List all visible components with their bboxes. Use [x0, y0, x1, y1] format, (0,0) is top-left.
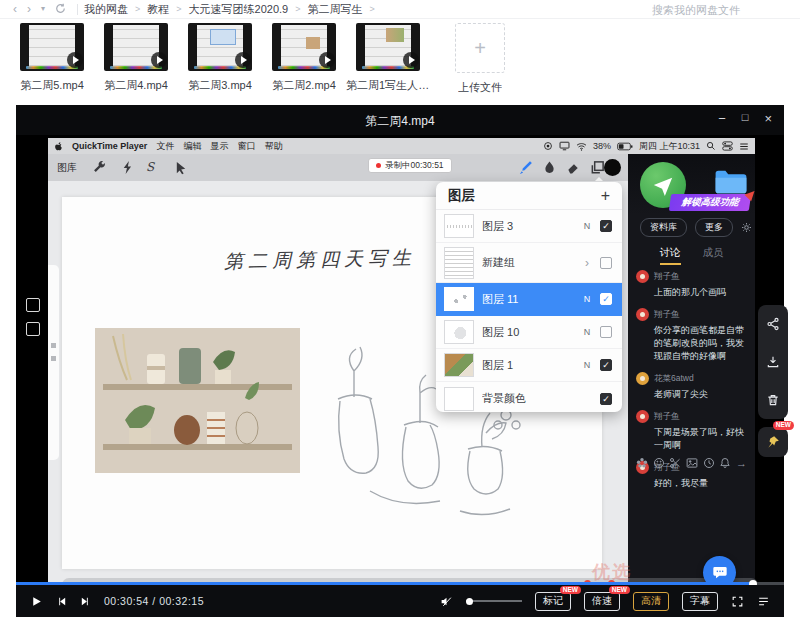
- file-name: 第二周3.mp4: [188, 78, 252, 93]
- file-item[interactable]: 第二周5.mp4: [10, 23, 94, 95]
- file-item[interactable]: 第二周1写生人物...: [346, 23, 430, 95]
- transform-arrow-icon: [174, 160, 189, 175]
- volume-knob[interactable]: [466, 598, 473, 605]
- chevron-right-icon: ›: [582, 256, 592, 270]
- player-side-tool-button[interactable]: [26, 298, 40, 312]
- play-badge-icon: [235, 52, 251, 68]
- file-item[interactable]: 第二周3.mp4: [178, 23, 262, 95]
- battery-icon: [617, 142, 633, 151]
- play-badge-icon: [319, 52, 335, 68]
- player-action-rail: [758, 305, 788, 419]
- video-thumbnail[interactable]: [104, 23, 168, 71]
- video-thumbnail[interactable]: [20, 23, 84, 71]
- breadcrumb-item[interactable]: 第二周写生: [307, 2, 362, 17]
- layer-group-row: 新建组 ›: [436, 243, 622, 283]
- time-display: 00:30:54 / 00:32:15: [104, 595, 204, 607]
- fullscreen-button[interactable]: [731, 595, 744, 608]
- layer-visibility-checkbox: [600, 326, 612, 338]
- search-input[interactable]: [652, 4, 772, 16]
- procreate-toolbar: 图库 S 录制中00:30:51: [48, 154, 628, 181]
- menubar-clock: 周四 上午10:31: [639, 140, 700, 153]
- player-controls: 00:30:54 / 00:32:15 标记NEW 倍速NEW 高清 字幕: [16, 585, 784, 617]
- play-button[interactable]: [30, 595, 43, 608]
- plus-icon: +: [455, 23, 505, 73]
- chat-message: 花菜6atwd 老师调了尖尖: [636, 372, 747, 401]
- player-side-tool-button[interactable]: [26, 322, 40, 336]
- minimize-button[interactable]: −: [718, 111, 726, 126]
- layer-row-selected: 图层 11 N ✓: [436, 283, 622, 316]
- eraser-tool-icon: [566, 160, 581, 175]
- file-item[interactable]: 第二周4.mp4: [94, 23, 178, 95]
- delete-icon[interactable]: [766, 393, 780, 407]
- history-chevron-down-icon[interactable]: ▾: [36, 5, 50, 13]
- chat-toolbar: →: [636, 457, 747, 469]
- record-dot-icon: [376, 163, 381, 168]
- macos-menubar: QuickTime Player 文件 编辑 显示 窗口 帮助 38% 周四 上…: [48, 138, 755, 154]
- volume-muted-icon[interactable]: [440, 595, 453, 608]
- close-button[interactable]: ×: [764, 111, 772, 126]
- mark-button[interactable]: 标记NEW: [535, 592, 571, 611]
- video-thumbnail[interactable]: [272, 23, 336, 71]
- menu-item: 窗口: [237, 140, 255, 153]
- watermark-line1: 优选: [592, 560, 632, 584]
- maximize-button[interactable]: □: [742, 111, 749, 126]
- subtitle-button[interactable]: 字幕: [682, 592, 718, 611]
- file-name: 第二周2.mp4: [272, 78, 336, 93]
- record-status-icon: [543, 141, 553, 151]
- back-icon[interactable]: ‹: [8, 3, 22, 15]
- arrow-right-icon: →: [736, 457, 747, 469]
- file-name: 第二周4.mp4: [104, 78, 168, 93]
- new-badge: NEW: [773, 421, 794, 430]
- breadcrumb-item[interactable]: 教程: [147, 2, 169, 17]
- chat-message: 翔子鱼 下周是场景了吗，好快一周啊: [636, 410, 747, 452]
- menubar-app-name: QuickTime Player: [72, 141, 147, 151]
- refresh-icon[interactable]: [50, 3, 71, 16]
- bell-icon: [719, 457, 731, 469]
- pin-button[interactable]: NEW: [758, 427, 788, 457]
- layers-panel: 图层 + 图层 3 N ✓ 新建组 › 图层 11: [436, 182, 622, 412]
- video-thumbnail[interactable]: [188, 23, 252, 71]
- adjustments-icon: [120, 160, 135, 175]
- breadcrumb: 我的网盘 > 教程 > 大元速写团练2020.9 > 第二周写生 >: [84, 2, 375, 17]
- previous-button[interactable]: [56, 596, 67, 607]
- brush-tool-icon: [518, 160, 533, 175]
- upload-label: 上传文件: [458, 80, 502, 95]
- chat-message: 翔子鱼 你分享的画笔都是自带的笔刷改良的吗，我发现跟自带的好像啊: [636, 308, 747, 363]
- background-color-row: 背景颜色 ✓: [436, 382, 622, 412]
- forward-icon[interactable]: ›: [22, 3, 36, 15]
- video-frame[interactable]: QuickTime Player 文件 编辑 显示 窗口 帮助 38% 周四 上…: [16, 135, 784, 588]
- layer-visibility-checkbox: [600, 257, 612, 269]
- video-thumbnail[interactable]: [356, 23, 420, 71]
- layer-visibility-checkbox: ✓: [600, 220, 612, 232]
- wrench-icon: [92, 160, 107, 175]
- speed-button[interactable]: 倍速NEW: [584, 592, 620, 611]
- selection-tool-icon: S: [146, 160, 161, 175]
- player-titlebar: 第二周4.mp4 − □ ×: [16, 105, 784, 135]
- quality-button[interactable]: 高清: [633, 592, 669, 611]
- download-icon[interactable]: [766, 355, 780, 369]
- menu-item: 文件: [156, 140, 174, 153]
- next-button[interactable]: [80, 596, 91, 607]
- layer-row: 图层 1 N ✓: [436, 349, 622, 382]
- layer-thumbnail: [444, 353, 474, 377]
- flower-icon: [636, 457, 648, 469]
- play-badge-icon: [403, 52, 419, 68]
- layer-visibility-checkbox: ✓: [600, 293, 612, 305]
- tab-discussion: 讨论: [660, 246, 681, 265]
- netdisk-page: ‹ › ▾ 我的网盘 > 教程 > 大元速写团练2020.9 > 第二周写生 >…: [0, 0, 800, 617]
- share-icon[interactable]: [766, 317, 780, 331]
- breadcrumb-item[interactable]: 大元速写团练2020.9: [189, 2, 289, 17]
- upload-file-button[interactable]: + 上传文件: [438, 23, 522, 95]
- new-badge: NEW: [609, 586, 630, 595]
- battery-percent: 38%: [593, 141, 611, 151]
- volume-slider[interactable]: [466, 600, 522, 602]
- layer-thumbnail: [444, 287, 474, 311]
- breadcrumb-item[interactable]: 我的网盘: [84, 2, 128, 17]
- divider: [77, 4, 78, 15]
- library-button: 资料库: [640, 218, 687, 237]
- file-item[interactable]: 第二周2.mp4: [262, 23, 346, 95]
- layers-tool-icon: [590, 160, 605, 175]
- layer-thumbnail: [444, 387, 474, 411]
- wifi-icon: [576, 142, 587, 151]
- playlist-button[interactable]: [757, 595, 770, 608]
